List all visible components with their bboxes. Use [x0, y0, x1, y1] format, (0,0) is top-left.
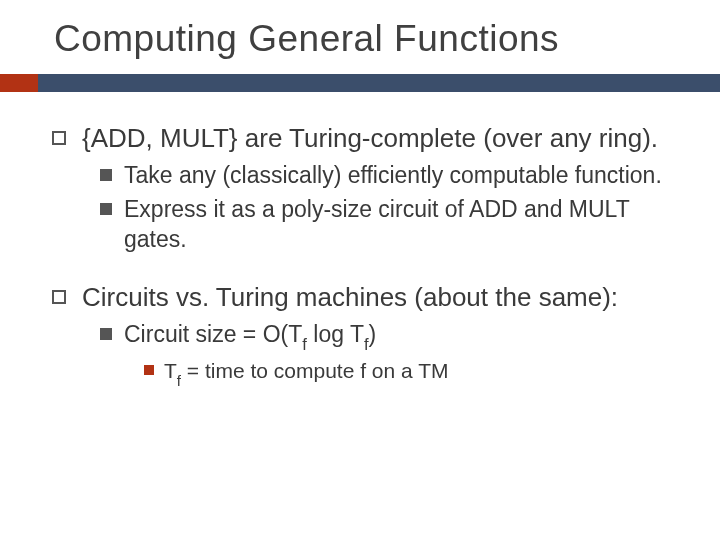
bullet-level2: Express it as a poly-size circuit of ADD…: [100, 195, 680, 255]
solid-square-icon: [100, 169, 112, 181]
bullet-level2-group: Circuit size = O(Tf log Tf) Tf = time to…: [52, 320, 680, 388]
solid-square-icon: [100, 203, 112, 215]
solid-square-icon: [100, 328, 112, 340]
subscript: f: [177, 372, 181, 389]
bullet-level3: Tf = time to compute f on a TM: [144, 357, 680, 388]
bullet-text: {ADD, MULT} are Turing-complete (over an…: [82, 122, 658, 155]
subscript: f: [364, 335, 369, 354]
bullet-text: Circuit size = O(Tf log Tf): [124, 320, 376, 353]
bullet-level1: Circuits vs. Turing machines (about the …: [52, 281, 680, 314]
hollow-square-icon: [52, 290, 66, 304]
subscript: f: [302, 335, 307, 354]
text-part: = time to compute f on a TM: [181, 359, 448, 382]
accent-bar: [0, 74, 720, 92]
text-part: T: [164, 359, 177, 382]
slide: Computing General Functions {ADD, MULT} …: [0, 0, 720, 540]
accent-left: [0, 74, 38, 92]
bullet-level3-group: Tf = time to compute f on a TM: [100, 357, 680, 388]
bullet-level2: Circuit size = O(Tf log Tf): [100, 320, 680, 353]
bullet-text: Circuits vs. Turing machines (about the …: [82, 281, 618, 314]
bullet-text: Express it as a poly-size circuit of ADD…: [124, 195, 680, 255]
bullet-level2-group: Take any (classically) efficiently compu…: [52, 161, 680, 255]
bullet-text: Take any (classically) efficiently compu…: [124, 161, 662, 191]
text-part: log T: [307, 321, 364, 347]
bullet-text: Tf = time to compute f on a TM: [164, 357, 449, 388]
small-square-icon: [144, 365, 154, 375]
text-part: Circuit size = O(T: [124, 321, 302, 347]
slide-title: Computing General Functions: [0, 18, 720, 74]
content-area: {ADD, MULT} are Turing-complete (over an…: [0, 92, 720, 388]
accent-right: [38, 74, 720, 92]
bullet-level1: {ADD, MULT} are Turing-complete (over an…: [52, 122, 680, 155]
bullet-level2: Take any (classically) efficiently compu…: [100, 161, 680, 191]
text-part: ): [369, 321, 377, 347]
hollow-square-icon: [52, 131, 66, 145]
